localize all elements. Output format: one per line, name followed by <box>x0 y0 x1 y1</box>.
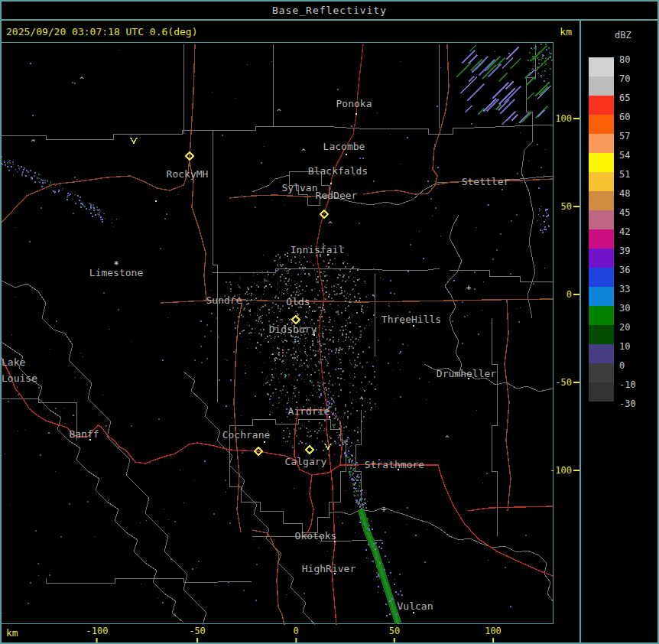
radar-echo-pixel <box>325 447 326 447</box>
window-title-bar[interactable]: Base_Reflectivity <box>0 0 659 21</box>
radar-echo-pixel <box>544 175 545 177</box>
radar-map-viewport[interactable]: PonokaLacombeBlackfaldsSylvanRedDeerStet… <box>0 42 553 624</box>
radar-echo-pixel <box>339 444 339 445</box>
radar-echo-pixel <box>365 411 366 412</box>
radar-echo-pixel <box>313 302 315 304</box>
horizontal-axis-tick: -50 <box>189 626 206 636</box>
radar-echo-pixel <box>241 337 242 337</box>
radar-echo-pixel <box>321 288 322 288</box>
radar-echo-pixel <box>341 349 342 350</box>
radar-echo-pixel <box>345 266 346 268</box>
plus-marker-icon: + <box>466 283 472 293</box>
radar-echo-pixel <box>333 412 334 413</box>
radar-echo-pixel <box>358 353 359 355</box>
radar-echo-pixel <box>359 300 360 301</box>
radar-echo-pixel <box>324 428 325 429</box>
radar-echo-pixel <box>294 339 296 340</box>
radar-echo-pixel <box>528 60 529 61</box>
radar-echo-pixel <box>352 478 353 479</box>
radar-echo-pixel <box>310 358 312 359</box>
radar-echo-pixel <box>237 307 239 309</box>
radar-echo-pixel <box>474 272 476 273</box>
radar-echo-pixel <box>341 290 342 291</box>
radar-echo-pixel <box>528 246 529 247</box>
radar-echo-pixel <box>352 480 353 481</box>
radar-echo-pixel <box>282 350 284 351</box>
radar-echo-pixel <box>330 330 332 331</box>
radar-echo-pixel <box>247 294 248 295</box>
radar-echo-pixel <box>537 53 537 54</box>
legend-value-label: 39 <box>619 246 630 256</box>
radar-echo-pixel <box>330 401 330 402</box>
radar-echo-pixel <box>293 291 294 293</box>
radar-echo-pixel <box>353 463 355 465</box>
radar-echo-pixel <box>356 477 357 478</box>
radar-echo-pixel <box>297 353 297 353</box>
radar-echo-pixel <box>271 361 271 362</box>
radar-echo-pixel <box>378 575 379 577</box>
radar-echo-pixel <box>277 347 278 349</box>
radar-echo-pixel <box>297 311 297 312</box>
radar-echo-pixel <box>287 392 288 393</box>
radar-echo-pixel <box>287 285 288 286</box>
radar-echo-pixel <box>300 429 300 430</box>
radar-echo-pixel <box>349 331 351 333</box>
radar-echo-pixel <box>284 374 286 376</box>
radar-echo-pixel <box>367 402 368 403</box>
radar-echo-pixel <box>328 268 329 269</box>
radar-echo-pixel <box>339 423 341 424</box>
radar-echo-pixel <box>356 324 357 324</box>
radar-echo-pixel <box>356 499 358 501</box>
radar-echo-pixel <box>257 315 258 316</box>
radar-echo-pixel <box>537 144 538 145</box>
radar-echo-pixel <box>372 561 374 562</box>
radar-echo-pixel <box>146 520 147 521</box>
radar-echo-pixel <box>271 338 271 339</box>
radar-echo-pixel <box>341 439 342 440</box>
radar-echo-pixel <box>15 227 16 228</box>
radar-echo-pixel <box>365 283 365 284</box>
radar-echo-pixel <box>398 612 398 613</box>
radar-echo-pixel <box>226 492 226 493</box>
radar-map-canvas[interactable]: PonokaLacombeBlackfaldsSylvanRedDeerStet… <box>0 43 553 625</box>
radar-echo-pixel <box>384 569 385 571</box>
radar-echo-pixel <box>351 302 352 303</box>
place-label: Didsbury <box>269 324 317 335</box>
radar-echo-pixel <box>319 363 320 364</box>
radar-echo-pixel <box>358 490 359 490</box>
radar-echo-pixel <box>530 60 531 60</box>
radar-echo-pixel <box>260 352 261 353</box>
radar-echo-pixel <box>64 408 65 408</box>
radar-echo-pixel <box>274 337 274 338</box>
radar-echo-pixel <box>278 379 279 379</box>
town-marker-dot <box>413 325 414 327</box>
radar-echo-pixel <box>315 354 317 356</box>
radar-echo-pixel <box>258 317 260 318</box>
radar-echo-pixel <box>289 433 291 434</box>
radar-echo-pixel <box>261 322 263 324</box>
radar-echo-pixel <box>492 259 494 260</box>
radar-echo-pixel <box>389 339 390 340</box>
radar-echo-pixel <box>350 446 351 447</box>
radar-echo-pixel <box>275 260 276 261</box>
radar-echo-pixel <box>278 397 280 398</box>
radar-echo-pixel <box>255 333 255 333</box>
radar-echo-pixel <box>538 67 539 67</box>
horizontal-axis-tick: 0 <box>293 626 298 636</box>
radar-echo-pixel <box>355 298 355 298</box>
radar-echo-pixel <box>540 216 541 217</box>
radar-echo-pixel <box>370 409 372 411</box>
radar-echo-pixel <box>342 444 344 445</box>
county-boundary-line <box>0 280 206 625</box>
radar-echo-pixel <box>534 70 535 71</box>
radar-echo-streak <box>537 110 544 117</box>
radar-echo-pixel <box>294 428 295 430</box>
radar-echo-pixel <box>257 323 258 324</box>
radar-echo-pixel <box>361 307 362 308</box>
radar-echo-pixel <box>99 213 100 213</box>
radar-echo-pixel <box>332 384 333 385</box>
radar-echo-pixel <box>352 460 353 461</box>
radar-echo-pixel <box>32 179 33 180</box>
radar-echo-pixel <box>83 205 84 207</box>
radar-echo-pixel <box>306 354 307 355</box>
